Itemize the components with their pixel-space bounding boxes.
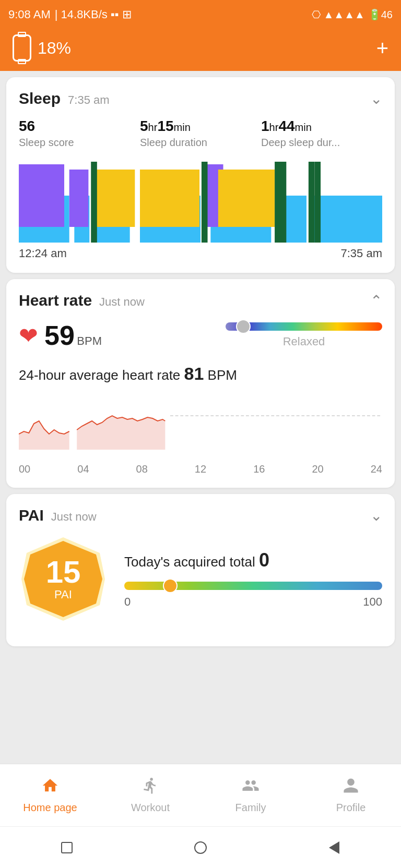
heart-gauge-thumb bbox=[236, 319, 251, 334]
pai-title-text: PAI bbox=[19, 507, 44, 524]
pai-hex-content: 15 PAI bbox=[46, 557, 81, 601]
watch-icon bbox=[13, 34, 31, 62]
nav-family[interactable]: Family bbox=[200, 764, 301, 826]
sleep-card-title: Sleep 7:35 am bbox=[19, 90, 110, 107]
sleep-times: 12:24 am 7:35 am bbox=[19, 247, 382, 260]
sleep-end-time: 7:35 am bbox=[341, 247, 383, 260]
heart-gauge: Relaxed bbox=[226, 322, 382, 348]
pai-card: PAI Just now ⌄ 15 PAI bbox=[6, 494, 395, 646]
heart-rate-main: ❤ 59 BPM Relaxed bbox=[19, 320, 382, 351]
hr-time-00: 00 bbox=[19, 463, 30, 475]
workout-icon bbox=[141, 777, 159, 799]
hr-time-20: 20 bbox=[312, 463, 323, 475]
heart-rate-header: Heart rate Just now ⌃ bbox=[19, 292, 382, 309]
android-back-button[interactable] bbox=[324, 837, 345, 858]
deep-sleep-stat: 1hr44min Deep sleep dur... bbox=[261, 118, 382, 149]
bpm-value: 59 bbox=[44, 320, 75, 351]
heart-rate-collapse-button[interactable]: ⌃ bbox=[370, 292, 382, 309]
status-right: ⎔ ▲▲▲▲ 🔋46 bbox=[312, 8, 393, 21]
pai-body: 15 PAI Today's acquired total 0 0 100 bbox=[19, 535, 382, 623]
sleep-score-label: Sleep score bbox=[19, 137, 140, 149]
hr-time-16: 16 bbox=[253, 463, 265, 475]
main-content: Sleep 7:35 am ⌄ 56 Sleep score 5hr15min … bbox=[0, 71, 401, 764]
battery-percent: 18% bbox=[38, 39, 71, 58]
android-nav bbox=[0, 826, 401, 868]
add-button[interactable]: + bbox=[376, 38, 388, 58]
heart-rate-title: Heart rate Just now bbox=[19, 292, 145, 309]
heart-icon: ❤ bbox=[19, 322, 38, 349]
pai-right: Today's acquired total 0 0 100 bbox=[124, 549, 382, 609]
svg-rect-6 bbox=[312, 196, 382, 243]
svg-rect-12 bbox=[218, 170, 275, 227]
svg-rect-14 bbox=[202, 162, 208, 243]
pai-value: 15 bbox=[46, 557, 81, 588]
pai-card-header: PAI Just now ⌄ bbox=[19, 507, 382, 524]
sleep-collapse-button[interactable]: ⌄ bbox=[370, 90, 382, 107]
recent-icon bbox=[61, 842, 73, 853]
hr-time-12: 12 bbox=[195, 463, 206, 475]
status-time: 9:08 AM bbox=[8, 8, 51, 21]
status-network: | 14.8KB/s ▪▪ ⊞ bbox=[55, 8, 132, 21]
sleep-duration-label: Sleep duration bbox=[140, 137, 261, 149]
sleep-chart bbox=[19, 159, 382, 243]
sleep-time: 7:35 am bbox=[68, 93, 110, 107]
hr-chart-svg bbox=[19, 392, 382, 460]
deep-sleep-value: 1hr44min bbox=[261, 118, 382, 135]
heart-gradient-bar bbox=[226, 322, 382, 331]
nav-profile-label: Profile bbox=[336, 802, 366, 814]
home-icon bbox=[41, 777, 59, 799]
pai-card-title: PAI Just now bbox=[19, 507, 97, 524]
hr-avg-value: 81 bbox=[184, 364, 204, 383]
nav-home-label: Home page bbox=[23, 802, 77, 814]
status-bar: 9:08 AM | 14.8KB/s ▪▪ ⊞ ⎔ ▲▲▲▲ 🔋46 bbox=[0, 0, 401, 29]
svg-rect-11 bbox=[140, 170, 199, 227]
sleep-duration-value: 5hr15min bbox=[140, 118, 261, 135]
hr-average: 24-hour average heart rate 81 BPM bbox=[19, 364, 382, 384]
app-header: 18% + bbox=[0, 29, 401, 71]
pai-subtitle: Just now bbox=[51, 510, 97, 524]
nav-workout-label: Workout bbox=[131, 802, 170, 814]
header-left: 18% bbox=[13, 34, 71, 62]
back-icon bbox=[329, 841, 339, 854]
pai-thumb bbox=[163, 578, 178, 593]
sleep-card-header: Sleep 7:35 am ⌄ bbox=[19, 90, 382, 107]
svg-rect-18 bbox=[314, 162, 321, 243]
svg-rect-15 bbox=[275, 162, 281, 243]
pai-today: Today's acquired total 0 bbox=[124, 549, 382, 571]
pai-today-value: 0 bbox=[259, 549, 269, 571]
hr-chart bbox=[19, 392, 382, 460]
battery-icon: 🔋46 bbox=[368, 8, 393, 21]
nav-profile[interactable]: Profile bbox=[301, 764, 401, 826]
pai-range-min: 0 bbox=[124, 595, 131, 609]
svg-rect-10 bbox=[93, 170, 135, 227]
deep-sleep-label: Deep sleep dur... bbox=[261, 137, 382, 149]
bluetooth-icon: ⎔ bbox=[312, 8, 321, 21]
heart-rate-card: Heart rate Just now ⌃ ❤ 59 BPM Relaxed 2… bbox=[6, 279, 395, 488]
bpm-reading: 59 BPM bbox=[44, 320, 102, 351]
svg-rect-7 bbox=[19, 164, 64, 227]
family-icon bbox=[242, 777, 260, 799]
svg-rect-16 bbox=[280, 162, 287, 243]
sleep-title-text: Sleep bbox=[19, 90, 61, 107]
android-home-button[interactable] bbox=[190, 837, 211, 858]
pai-bar bbox=[124, 582, 382, 590]
nav-family-label: Family bbox=[235, 802, 266, 814]
svg-rect-8 bbox=[69, 170, 89, 227]
nav-workout[interactable]: Workout bbox=[100, 764, 200, 826]
relaxed-label: Relaxed bbox=[226, 335, 382, 348]
bpm-unit: BPM bbox=[77, 334, 102, 347]
hr-avg-unit: BPM bbox=[208, 367, 237, 383]
pai-label: PAI bbox=[46, 588, 81, 601]
heart-display: ❤ 59 BPM bbox=[19, 320, 102, 351]
svg-rect-17 bbox=[309, 162, 315, 243]
hr-time-24: 24 bbox=[371, 463, 382, 475]
sleep-score-stat: 56 Sleep score bbox=[19, 118, 140, 149]
home-circle-icon bbox=[194, 841, 207, 854]
hr-time-04: 04 bbox=[77, 463, 89, 475]
pai-range-max: 100 bbox=[363, 595, 382, 609]
android-recent-button[interactable] bbox=[56, 837, 77, 858]
status-left: 9:08 AM | 14.8KB/s ▪▪ ⊞ bbox=[8, 8, 132, 21]
nav-home[interactable]: Home page bbox=[0, 764, 100, 826]
sleep-card: Sleep 7:35 am ⌄ 56 Sleep score 5hr15min … bbox=[6, 77, 395, 273]
pai-collapse-button[interactable]: ⌄ bbox=[370, 507, 382, 524]
